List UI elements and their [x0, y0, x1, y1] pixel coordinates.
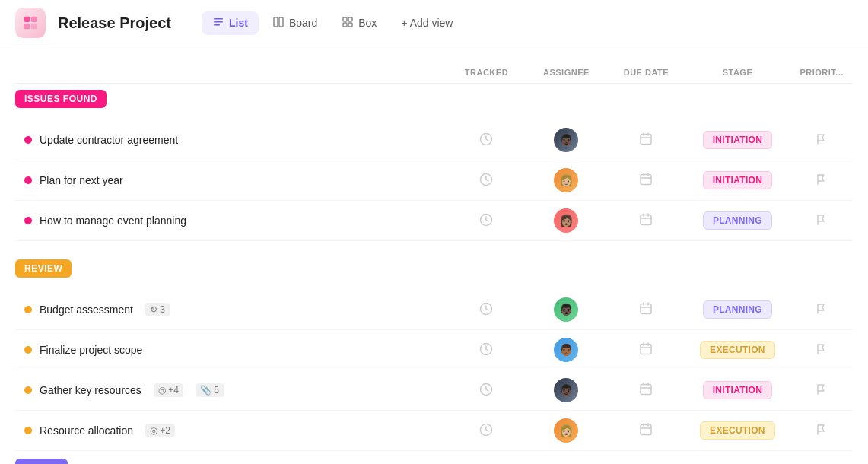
- svg-rect-20: [641, 304, 651, 314]
- task-badge: 📎 5: [196, 383, 224, 397]
- stage-badge[interactable]: PLANNING: [703, 211, 772, 230]
- task-name-text: Update contractor agreement: [40, 134, 178, 146]
- task-name-cell: Gather key resources◎ +4📎 5: [15, 370, 448, 411]
- priority-cell[interactable]: [790, 120, 853, 160]
- stage-badge[interactable]: INITIATION: [703, 381, 772, 399]
- assignee-cell: 👨🏿: [524, 120, 608, 160]
- flag-icon[interactable]: [816, 426, 828, 438]
- flag-icon[interactable]: [816, 216, 828, 228]
- track-icon[interactable]: [479, 342, 493, 356]
- calendar-icon[interactable]: [639, 345, 653, 358]
- task-name-cell: Resource allocation◎ +2: [15, 411, 448, 451]
- track-icon[interactable]: [479, 302, 493, 316]
- svg-rect-22: [641, 345, 651, 354]
- flag-icon[interactable]: [816, 305, 828, 317]
- stage-cell[interactable]: INITIATION: [684, 160, 790, 201]
- priority-cell[interactable]: [790, 160, 853, 201]
- flag-icon[interactable]: [816, 176, 828, 188]
- board-icon: [272, 16, 285, 30]
- flag-icon[interactable]: [816, 386, 828, 398]
- stage-cell[interactable]: PLANNING: [684, 201, 790, 241]
- table-row: How to manage event planning👩🏽PLANNING: [15, 201, 853, 241]
- task-status-dot: [24, 217, 32, 224]
- tab-box[interactable]: Box: [331, 11, 387, 35]
- priority-cell[interactable]: [790, 330, 853, 370]
- stage-badge[interactable]: EXECUTION: [700, 341, 775, 359]
- due-date-cell[interactable]: [608, 290, 684, 330]
- tracked-cell[interactable]: [448, 160, 524, 201]
- tracked-cell[interactable]: [448, 330, 524, 370]
- stage-cell[interactable]: EXECUTION: [684, 330, 790, 370]
- tracked-cell[interactable]: [448, 201, 524, 241]
- task-name-text: Finalize project scope: [40, 344, 142, 356]
- stage-badge[interactable]: INITIATION: [703, 131, 772, 149]
- table-row: Finalize project scope👨🏾EXECUTION: [15, 330, 853, 370]
- group-header-row-review: REVIEW: [15, 241, 853, 291]
- due-date-cell[interactable]: [608, 330, 684, 370]
- flag-icon[interactable]: [816, 345, 828, 358]
- due-date-cell[interactable]: [608, 160, 684, 201]
- box-icon: [342, 16, 354, 30]
- tracked-cell[interactable]: [448, 411, 524, 451]
- add-view-button[interactable]: + Add view: [390, 12, 463, 33]
- assignee-cell: 👨🏾: [524, 330, 608, 370]
- svg-rect-8: [279, 17, 283, 27]
- due-date-cell[interactable]: [608, 201, 684, 241]
- svg-rect-10: [348, 17, 352, 21]
- task-status-dot: [24, 136, 32, 144]
- assignee-cell: 👩🏼: [524, 411, 608, 451]
- project-title: Release Project: [58, 14, 171, 32]
- table-row: Update contractor agreement👨🏿INITIATION: [15, 120, 853, 160]
- track-icon[interactable]: [479, 173, 493, 186]
- calendar-icon[interactable]: [639, 175, 653, 188]
- task-status-dot: [24, 427, 32, 434]
- priority-cell[interactable]: [790, 370, 853, 411]
- task-name-cell: Finalize project scope: [15, 330, 448, 370]
- calendar-icon[interactable]: [639, 385, 653, 398]
- task-name-text: Budget assessment: [40, 304, 133, 316]
- group-badge-review: REVIEW: [15, 259, 72, 278]
- due-date-cell[interactable]: [608, 411, 684, 451]
- calendar-icon[interactable]: [639, 215, 653, 228]
- due-date-cell[interactable]: [608, 120, 684, 160]
- task-name-text: Gather key resources: [40, 384, 141, 396]
- svg-rect-7: [274, 17, 278, 27]
- priority-cell[interactable]: [790, 201, 853, 241]
- svg-rect-12: [348, 23, 352, 27]
- stage-cell[interactable]: INITIATION: [684, 120, 790, 160]
- tracked-cell[interactable]: [448, 370, 524, 411]
- tracked-cell[interactable]: [448, 290, 524, 330]
- stage-badge[interactable]: EXECUTION: [700, 421, 775, 440]
- tab-list[interactable]: List: [202, 11, 259, 35]
- priority-cell[interactable]: [790, 411, 853, 451]
- flag-icon[interactable]: [816, 135, 828, 148]
- priority-cell[interactable]: [790, 290, 853, 330]
- task-name-cell: How to manage event planning: [15, 201, 448, 241]
- task-status-dot: [24, 386, 32, 394]
- track-icon[interactable]: [479, 213, 493, 227]
- svg-rect-24: [641, 385, 651, 395]
- calendar-icon[interactable]: [639, 304, 653, 317]
- header: Release Project List Board: [0, 0, 868, 46]
- ready-group-header-wrapper: READY: [15, 459, 853, 464]
- due-date-cell[interactable]: [608, 370, 684, 411]
- stage-cell[interactable]: EXECUTION: [684, 411, 790, 451]
- stage-badge[interactable]: PLANNING: [703, 300, 772, 319]
- tracked-cell[interactable]: [448, 120, 524, 160]
- stage-badge[interactable]: INITIATION: [703, 171, 772, 189]
- col-tracked: TRACKED: [448, 62, 524, 84]
- calendar-icon[interactable]: [639, 425, 653, 438]
- calendar-icon[interactable]: [639, 135, 653, 148]
- tab-board[interactable]: Board: [262, 11, 328, 35]
- task-badge: ↻ 3: [145, 303, 170, 316]
- track-icon[interactable]: [479, 132, 493, 146]
- track-icon[interactable]: [479, 383, 493, 396]
- stage-cell[interactable]: INITIATION: [684, 370, 790, 411]
- svg-rect-26: [641, 425, 651, 435]
- svg-rect-4: [214, 18, 223, 20]
- main-content: TRACKED ASSIGNEE DUE DATE STAGE PRIORIT.…: [0, 46, 868, 464]
- stage-cell[interactable]: PLANNING: [684, 290, 790, 330]
- table-row: Budget assessment↻ 3👨🏿PLANNING: [15, 290, 853, 330]
- ready-group-header: READY: [15, 459, 68, 464]
- track-icon[interactable]: [479, 423, 493, 437]
